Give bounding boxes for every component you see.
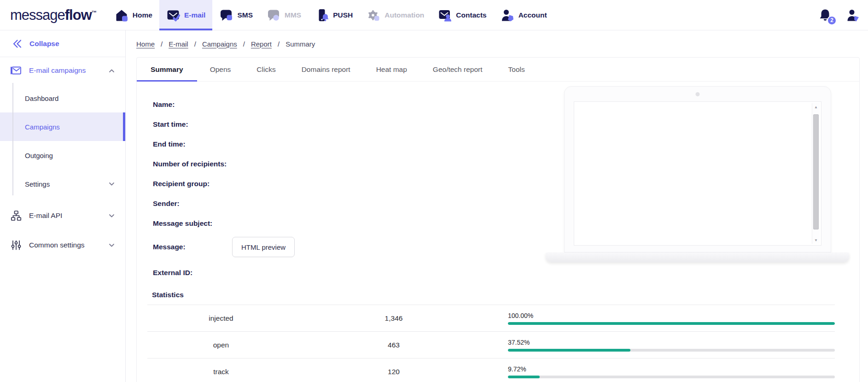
- main-content: Home/E-mail/Campaigns/Report/Summary Sum…: [126, 30, 868, 382]
- nav-item-account[interactable]: Account: [494, 0, 554, 30]
- nav-item-contacts[interactable]: Contacts: [431, 0, 493, 30]
- chevron-down-icon: [108, 242, 115, 249]
- push-icon: [315, 8, 329, 22]
- sidebar-item-outgoing[interactable]: Outgoing: [0, 141, 125, 170]
- tab-tools[interactable]: Tools: [495, 58, 538, 81]
- chevron-down-icon: [108, 181, 115, 188]
- scrollbar-thumb[interactable]: [813, 114, 819, 229]
- sidebar-item-campaigns[interactable]: Campaigns: [0, 112, 125, 141]
- webcam-dot: [696, 92, 700, 96]
- preview-scrollbar[interactable]: ▲ ▼: [812, 103, 820, 244]
- breadcrumb-link-report[interactable]: Report: [251, 40, 272, 48]
- sidebar-item-dashboard[interactable]: Dashboard: [0, 84, 125, 112]
- notifications-button[interactable]: 2: [818, 8, 832, 22]
- breadcrumb-link-e-mail[interactable]: E-mail: [169, 40, 188, 48]
- collapse-label: Collapse: [29, 40, 59, 48]
- laptop-preview-mockup: ▲ ▼: [564, 86, 831, 253]
- breadcrumb-separator: /: [243, 40, 245, 48]
- sidebar-bottom-items: E-mail APICommon settings: [0, 201, 125, 260]
- sidebar-sublist: DashboardCampaignsOutgoingSettings: [0, 84, 125, 201]
- tab-heat-map[interactable]: Heat map: [363, 58, 420, 81]
- nav-item-push[interactable]: PUSH: [308, 0, 360, 30]
- statistics-section: Statistics injected1,346100.00%open46337…: [137, 291, 859, 382]
- envelope-icon: [10, 65, 22, 76]
- breadcrumb-separator: /: [161, 40, 163, 48]
- collapse-chevrons-icon: [11, 38, 23, 50]
- breadcrumb-link-home[interactable]: Home: [136, 40, 155, 48]
- stat-progress-track: [508, 376, 835, 378]
- laptop-screen: ▲ ▼: [574, 101, 821, 246]
- brand-name-bold: flow: [65, 7, 92, 23]
- email-icon: [166, 8, 180, 22]
- nav-item-label: Account: [518, 11, 547, 19]
- tab-summary[interactable]: Summary: [137, 58, 197, 81]
- sidebar-item-label: E-mail API: [29, 212, 62, 220]
- sidebar-item-email-campaigns[interactable]: E-mail campaigns: [0, 57, 125, 84]
- sidebar-item-label: Common settings: [29, 241, 85, 249]
- nav-item-e-mail[interactable]: E-mail: [159, 0, 213, 30]
- scroll-up-arrow-icon[interactable]: ▲: [812, 104, 820, 110]
- breadcrumb-separator: /: [278, 40, 280, 48]
- automation-icon: [367, 8, 380, 22]
- trademark-symbol: ™: [92, 10, 97, 15]
- sidebar: Collapse E-mail campaigns DashboardCampa…: [0, 30, 126, 382]
- detail-row-external-id: External ID:: [153, 262, 859, 284]
- top-nav: messageflow™ HomeE-mailSMSMMSPUSHAutomat…: [0, 0, 868, 30]
- brand-logo[interactable]: messageflow™: [10, 7, 97, 24]
- sidebar-subitem-label: Dashboard: [25, 94, 58, 102]
- detail-label: Message subject:: [153, 219, 212, 228]
- tab-clicks[interactable]: Clicks: [244, 58, 288, 81]
- report-tabs: SummaryOpensClicksDomains reportHeat map…: [137, 58, 859, 82]
- user-menu-button[interactable]: [846, 8, 860, 22]
- nav-item-label: Automation: [384, 11, 424, 19]
- sms-icon: [219, 8, 233, 22]
- nav-item-label: E-mail: [184, 11, 206, 19]
- notification-badge: 2: [827, 16, 837, 25]
- sidebar-item-common-settings[interactable]: Common settings: [0, 230, 125, 260]
- stat-row-track: track1209.72%: [147, 358, 835, 382]
- stat-bar-column: 37.52%: [493, 339, 835, 352]
- tab-domains-report[interactable]: Domains report: [289, 58, 363, 81]
- breadcrumb-link-campaigns[interactable]: Campaigns: [202, 40, 237, 48]
- nav-item-mms[interactable]: MMS: [260, 0, 308, 30]
- stat-percent: 9.72%: [508, 365, 835, 373]
- sidebar-item-settings[interactable]: Settings: [0, 170, 125, 198]
- mms-icon: [267, 8, 280, 22]
- stat-value: 463: [295, 341, 493, 349]
- stat-label: injected: [147, 314, 295, 323]
- scroll-down-arrow-icon[interactable]: ▼: [812, 237, 820, 243]
- html-preview-button[interactable]: HTML preview: [232, 237, 295, 257]
- stat-value: 120: [295, 368, 493, 376]
- detail-label: Number of recipients:: [153, 160, 227, 168]
- stat-progress-fill: [508, 349, 630, 352]
- sidebar-subitem-label: Campaigns: [25, 123, 60, 131]
- common-settings-icon: [10, 239, 22, 251]
- sidebar-collapse-button[interactable]: Collapse: [0, 30, 125, 57]
- sidebar-subitem-label: Settings: [25, 180, 50, 188]
- sidebar-subitem-label: Outgoing: [25, 152, 53, 159]
- nav-item-home[interactable]: Home: [108, 0, 159, 30]
- nav-item-sms[interactable]: SMS: [212, 0, 260, 30]
- sidebar-item-label: E-mail campaigns: [29, 66, 86, 75]
- stat-row-injected: injected1,346100.00%: [147, 305, 835, 332]
- stat-label: track: [147, 368, 295, 376]
- laptop-base: [546, 253, 849, 262]
- external-id-label: External ID:: [153, 269, 192, 277]
- message-label: Message:: [153, 243, 232, 251]
- sidebar-item-e-mail-api[interactable]: E-mail API: [0, 201, 125, 230]
- stat-row-open: open46337.52%: [147, 332, 835, 358]
- tab-opens[interactable]: Opens: [197, 58, 244, 81]
- stat-percent: 100.00%: [508, 312, 835, 319]
- nav-item-label: Home: [133, 11, 152, 19]
- chevron-up-icon: [108, 67, 115, 74]
- tab-geo-tech-report[interactable]: Geo/tech report: [420, 58, 495, 81]
- report-card: SummaryOpensClicksDomains reportHeat map…: [136, 57, 860, 382]
- stat-percent: 37.52%: [508, 339, 835, 346]
- stat-bar-column: 100.00%: [493, 312, 835, 325]
- contacts-icon: [438, 8, 452, 22]
- user-icon: [846, 8, 860, 22]
- statistics-title: Statistics: [152, 291, 835, 299]
- primary-nav: HomeE-mailSMSMMSPUSHAutomationContactsAc…: [108, 0, 554, 30]
- detail-label: Sender:: [153, 200, 180, 208]
- nav-item-automation[interactable]: Automation: [360, 0, 431, 30]
